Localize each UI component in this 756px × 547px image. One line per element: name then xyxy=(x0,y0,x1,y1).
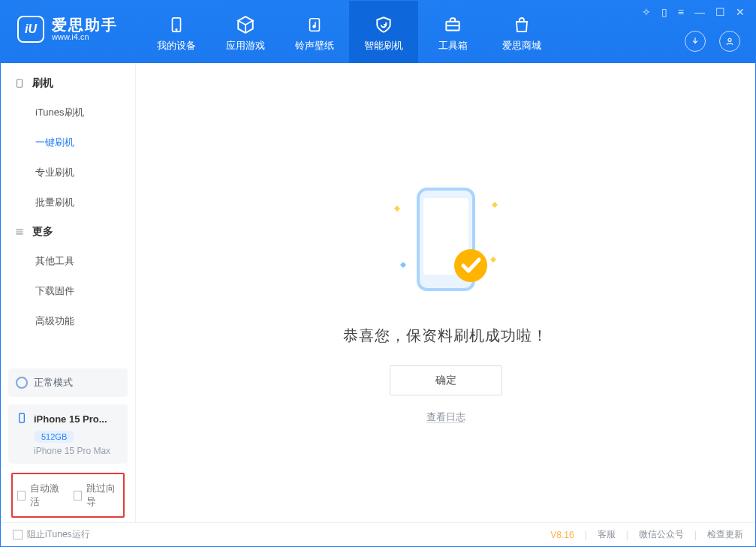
svg-point-5 xyxy=(728,38,731,41)
device-card[interactable]: iPhone 15 Pro... 512GB iPhone 15 Pro Max xyxy=(8,404,128,464)
refresh-icon xyxy=(16,377,28,389)
sidebar: 刷机 iTunes刷机 一键刷机 专业刷机 批量刷机 更多 其他工具 下载固件 … xyxy=(1,63,136,522)
phone-small-icon[interactable]: ▯ xyxy=(661,7,667,17)
svg-rect-2 xyxy=(310,18,320,31)
sidebar-item-pro-flash[interactable]: 专业刷机 xyxy=(1,158,135,188)
close-icon[interactable]: ✕ xyxy=(736,7,745,17)
device-model: iPhone 15 Pro Max xyxy=(34,446,120,456)
svg-marker-10 xyxy=(400,262,406,268)
menu-icon[interactable]: ≡ xyxy=(678,7,684,17)
highlighted-options: 自动激活 跳过向导 xyxy=(11,473,125,518)
tab-toolbox[interactable]: 工具箱 xyxy=(418,1,487,63)
menu-small-icon xyxy=(14,227,25,237)
mode-label: 正常模式 xyxy=(34,376,73,389)
svg-point-14 xyxy=(454,249,487,282)
tab-ringtones[interactable]: 铃声壁纸 xyxy=(280,1,349,63)
version-label: V8.16 xyxy=(550,530,574,540)
svg-marker-9 xyxy=(492,202,498,208)
svg-rect-7 xyxy=(20,413,25,422)
tab-store[interactable]: 爱思商城 xyxy=(487,1,556,63)
sidebar-group-flash[interactable]: 刷机 xyxy=(1,69,135,98)
svg-rect-6 xyxy=(17,80,23,88)
cube-icon xyxy=(236,15,255,35)
sidebar-item-other-tools[interactable]: 其他工具 xyxy=(1,246,135,276)
tab-apps[interactable]: 应用游戏 xyxy=(211,1,280,63)
footer-link-update[interactable]: 检查更新 xyxy=(707,528,743,541)
music-note-icon xyxy=(305,15,324,35)
logo: iU 爱思助手 www.i4.cn xyxy=(1,1,134,43)
sidebar-item-itunes-flash[interactable]: iTunes刷机 xyxy=(1,98,135,128)
ok-button[interactable]: 确定 xyxy=(390,365,502,395)
shopping-bag-icon xyxy=(512,15,532,35)
sidebar-item-onekey-flash[interactable]: 一键刷机 xyxy=(1,128,135,158)
sync-shield-icon xyxy=(374,15,393,35)
checkbox-icon xyxy=(74,491,82,500)
maximize-icon[interactable]: ☐ xyxy=(715,7,725,17)
success-illustration xyxy=(382,176,510,303)
device-name: iPhone 15 Pro... xyxy=(34,413,107,425)
svg-point-3 xyxy=(313,25,315,27)
success-message: 恭喜您，保资料刷机成功啦！ xyxy=(343,326,548,346)
device-storage: 512GB xyxy=(34,431,74,443)
device-phone-icon xyxy=(16,412,28,426)
svg-point-1 xyxy=(176,29,176,29)
footer-link-wechat[interactable]: 微信公众号 xyxy=(639,528,684,541)
footer-link-support[interactable]: 客服 xyxy=(598,528,616,541)
mode-card[interactable]: 正常模式 xyxy=(8,368,128,397)
svg-marker-8 xyxy=(394,206,400,212)
sidebar-item-advanced[interactable]: 高级功能 xyxy=(1,306,135,336)
download-button[interactable] xyxy=(685,31,706,52)
minimize-icon[interactable]: — xyxy=(694,7,705,17)
device-small-icon xyxy=(14,78,25,89)
logo-icon: iU xyxy=(17,16,44,43)
view-log-link[interactable]: 查看日志 xyxy=(426,410,465,424)
checkbox-icon xyxy=(17,491,26,500)
checkbox-icon xyxy=(13,530,23,539)
toolbox-icon xyxy=(443,15,462,35)
footer: 阻止iTunes运行 V8.16 | 客服 | 微信公众号 | 检查更新 xyxy=(1,522,755,546)
app-header: iU 爱思助手 www.i4.cn 我的设备 应用游戏 铃声壁纸 xyxy=(1,1,755,63)
phone-icon xyxy=(167,15,186,35)
main-content: 恭喜您，保资料刷机成功啦！ 确定 查看日志 xyxy=(136,63,755,522)
svg-marker-11 xyxy=(490,257,496,263)
sidebar-item-batch-flash[interactable]: 批量刷机 xyxy=(1,188,135,218)
tab-smart-flash[interactable]: 智能刷机 xyxy=(349,1,418,63)
account-button[interactable] xyxy=(719,31,740,52)
sidebar-item-download-firmware[interactable]: 下载固件 xyxy=(1,276,135,306)
tab-my-device[interactable]: 我的设备 xyxy=(142,1,211,63)
checkbox-auto-activate[interactable]: 自动激活 xyxy=(17,482,63,509)
checkbox-block-itunes[interactable]: 阻止iTunes运行 xyxy=(13,528,90,541)
sidebar-group-more[interactable]: 更多 xyxy=(1,218,135,246)
checkbox-skip-guide[interactable]: 跳过向导 xyxy=(74,482,119,509)
window-controls: ✧ ▯ ≡ — ☐ ✕ xyxy=(642,7,745,17)
gift-icon[interactable]: ✧ xyxy=(642,7,651,17)
app-url: www.i4.cn xyxy=(52,32,118,41)
main-tabs: 我的设备 应用游戏 铃声壁纸 智能刷机 工具箱 xyxy=(142,1,556,63)
app-title: 爱思助手 xyxy=(52,17,118,32)
